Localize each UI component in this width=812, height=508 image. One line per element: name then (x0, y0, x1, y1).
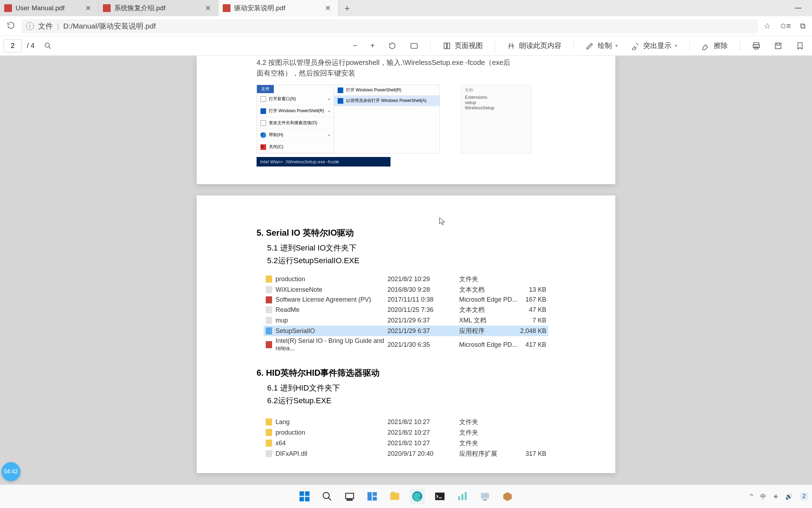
tab-title: User Manual.pdf (16, 4, 64, 12)
svg-rect-6 (755, 47, 758, 49)
svg-rect-13 (346, 493, 354, 498)
search-icon[interactable] (39, 40, 56, 52)
file-date: 2020/9/17 20:40 (388, 450, 459, 458)
section-6-title: 6. HID英特尔HID事件筛选器驱动 (257, 367, 555, 379)
file-type: 文件夹 (459, 439, 518, 447)
file-type-icon (266, 286, 272, 293)
file-date: 2021/8/2 10:27 (388, 429, 459, 436)
rotate-icon[interactable] (384, 40, 401, 52)
favorites-icon[interactable]: ✩≡ (780, 22, 791, 31)
file-row: mup2021/1/29 6:37XML 文档7 KB (264, 315, 548, 326)
close-icon[interactable]: ✕ (84, 2, 93, 14)
file-size: 417 KB (518, 341, 546, 349)
close-icon[interactable]: ✕ (324, 2, 332, 14)
file-type-icon (266, 306, 272, 313)
minimize-icon[interactable] (795, 8, 801, 8)
site-info-icon[interactable]: i (26, 22, 34, 30)
svg-rect-14 (347, 500, 352, 501)
tab-driver-install[interactable]: 驱动安装说明.pdf ✕ (219, 0, 338, 16)
terminal-icon[interactable] (432, 489, 448, 504)
file-name: Lang (276, 418, 388, 426)
svg-rect-22 (465, 492, 467, 500)
file-name: WiXLicenseNote (276, 286, 388, 294)
doc-text-4-2-b: 面有空格），然后按回车键安装 (257, 68, 555, 78)
erase-button[interactable]: 擦除 (697, 39, 732, 53)
file-type: 应用程序扩展 (459, 449, 518, 458)
file-type: Microsoft Edge PD... (459, 296, 518, 303)
box-app-icon[interactable] (500, 489, 515, 504)
file-type: 文本文档 (459, 306, 518, 314)
refresh-icon[interactable] (6, 21, 16, 31)
notification-count[interactable]: 2 (800, 492, 808, 501)
file-name: x64 (276, 440, 388, 447)
file-type-icon (266, 341, 272, 348)
file-type-icon (266, 429, 272, 436)
file-date: 2021/1/29 6:37 (388, 327, 459, 335)
url-field[interactable]: i 文件 | D:/Manual/驱动安装说明.pdf (21, 19, 758, 33)
device-app-icon[interactable] (477, 489, 493, 504)
chevron-down-icon[interactable]: ▾ (615, 43, 618, 48)
page-view-button[interactable]: 页面视图 (438, 39, 487, 53)
fit-page-icon[interactable] (406, 40, 423, 52)
start-button[interactable] (297, 489, 312, 504)
file-type-icon (266, 276, 272, 283)
file-size: 13 KB (518, 286, 546, 294)
widgets-icon[interactable] (364, 489, 380, 504)
tab-user-manual[interactable]: User Manual.pdf ✕ (0, 0, 99, 16)
file-name: mup (276, 317, 388, 324)
svg-rect-8 (300, 491, 304, 496)
highlight-button[interactable]: 突出显示 ▾ (627, 39, 682, 53)
file-type: 文件夹 (459, 275, 518, 283)
section-5-2: 5.2运行SetupSerialIO.EXE (267, 255, 555, 266)
favorites-star-icon[interactable]: ☆ (764, 22, 771, 31)
svg-rect-5 (753, 45, 759, 48)
task-view-icon[interactable] (342, 489, 357, 504)
file-name: Software License Agreement (PV) (276, 296, 388, 303)
file-type: 文本文档 (459, 285, 518, 294)
file-row: production2021/8/2 10:27文件夹 (264, 427, 548, 438)
file-explorer-icon[interactable] (387, 489, 402, 504)
zoom-out-button[interactable]: − (349, 40, 362, 52)
read-aloud-button[interactable]: 朗读此页内容 (503, 39, 566, 53)
close-icon[interactable]: ✕ (204, 2, 213, 14)
browser-tab-bar: User Manual.pdf ✕ 系统恢复介绍.pdf ✕ 驱动安装说明.pd… (0, 0, 812, 16)
file-date: 2021/8/2 10:29 (388, 276, 459, 283)
video-timestamp-badge: 04:42 (1, 462, 20, 481)
file-row: DIFxAPI.dll2020/9/17 20:40应用程序扩展317 KB (264, 448, 548, 459)
ime-indicator[interactable]: 中 (760, 492, 766, 501)
file-row: WiXLicenseNote2016/8/30 9:28文本文档13 KB (264, 284, 548, 295)
bookmark-icon[interactable] (792, 40, 808, 52)
file-size: 2,048 KB (518, 327, 546, 335)
file-type: 文件夹 (459, 428, 518, 437)
svg-rect-24 (483, 500, 487, 501)
tray-chevron-icon[interactable]: ^ (750, 493, 753, 500)
section-5-title: 5. Serial IO 英特尔IO驱动 (257, 227, 555, 238)
svg-rect-10 (300, 497, 304, 501)
new-tab-button[interactable]: + (338, 0, 356, 16)
print-icon[interactable] (748, 40, 765, 52)
network-icon[interactable]: ⚹ (773, 493, 778, 500)
file-size: 317 KB (518, 450, 546, 458)
collections-icon[interactable]: ⧉ (800, 22, 806, 31)
windows-taskbar: ^ 中 ⚹ 🔊 2 (0, 485, 812, 508)
pdf-viewport[interactable]: 4.2 按图示以管理员身份运行powershell，输入.\WirelessSe… (0, 56, 812, 508)
page-number-input[interactable] (4, 39, 22, 53)
file-name: DIFxAPI.dll (276, 450, 388, 458)
draw-button[interactable]: 绘制 ▾ (582, 39, 622, 53)
doc-text-4-2-a: 4.2 按图示以管理员身份运行powershell，输入.\WirelessSe… (257, 57, 555, 68)
edge-icon[interactable] (410, 489, 425, 504)
file-row: Intel(R) Serial IO - Bring Up Guide and … (264, 336, 548, 353)
save-icon[interactable] (770, 40, 787, 52)
volume-icon[interactable]: 🔊 (785, 493, 793, 500)
search-icon[interactable] (319, 489, 335, 504)
svg-rect-1 (411, 43, 417, 48)
chart-app-icon[interactable] (455, 489, 470, 504)
tab-system-recovery[interactable]: 系统恢复介绍.pdf ✕ (99, 0, 219, 16)
address-bar: i 文件 | D:/Manual/驱动安装说明.pdf ☆ ✩≡ ⧉ (0, 16, 812, 36)
file-date: 2016/8/30 9:28 (388, 286, 459, 294)
svg-rect-21 (461, 494, 463, 500)
file-type-icon (266, 317, 272, 324)
zoom-in-button[interactable]: + (366, 40, 379, 52)
chevron-down-icon[interactable]: ▾ (675, 43, 677, 48)
file-type-icon (266, 450, 272, 457)
